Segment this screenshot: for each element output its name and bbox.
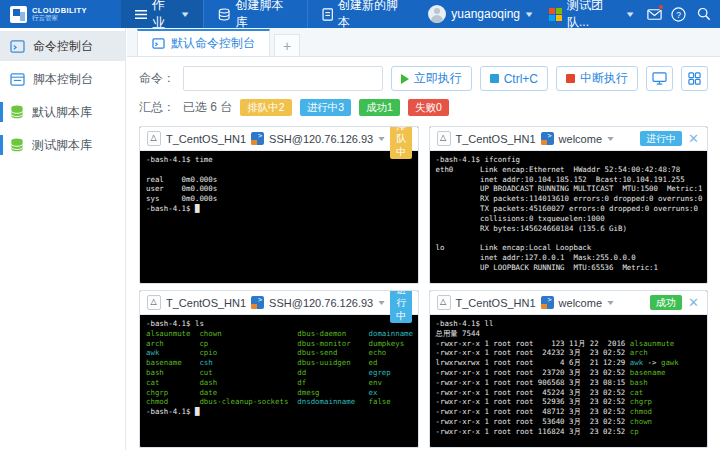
run-now-label: 立即执行 [414,70,462,87]
user-name: yuangaoqing [451,7,520,21]
session-name[interactable]: welcome [559,133,602,145]
play-icon [401,74,409,84]
terminal-output[interactable]: -bash-4.1$ ll总用量 7544-rwxr-xr-x 1 root r… [430,315,708,447]
tab-default-command-console[interactable]: 默认命令控制台 [137,29,270,56]
chevron-down-icon: ▼ [523,10,534,19]
status-badge: 进行中 [640,131,682,146]
sidebar: 命令控制台 脚本控制台 默认脚本库 测试脚本库 [0,28,126,450]
sidebar-item-label: 测试脚本库 [32,137,92,154]
monitor-icon [652,72,667,85]
logo-text: CLOUDBILITY 行云管家 [32,7,87,22]
new-script-icon [322,8,333,21]
summary-label: 汇总： [139,99,175,116]
terminal-output[interactable]: -bash-4.1$ lsalsaunmute chown dbus-daemo… [140,315,418,447]
host-name: T_CentOS_HN1 [166,133,246,145]
sidebar-item-label: 命令控制台 [33,38,93,55]
grid-icon [688,72,701,85]
script-console-icon [10,73,25,86]
create-script-library-label: 创建脚本库 [236,0,293,31]
terminal-window: T_CentOS_HN1 SSH@120.76.126.93 ▼ 进行中 ✕ -… [139,290,419,448]
sidebar-item-command-console[interactable]: 命令控制台 [0,31,125,61]
close-icon[interactable]: ✕ [417,132,418,145]
script-library-icon [218,8,230,21]
command-input[interactable] [183,66,383,91]
chevron-down-icon: ▼ [624,10,635,19]
session-name[interactable]: SSH@120.76.126.93 [269,297,373,309]
user-menu[interactable]: yuangaoqing ▼ [420,0,541,28]
terminal-grid: T_CentOS_HN1 SSH@120.76.126.93 ▼ 排队中 ✕ -… [127,124,720,450]
host-name: T_CentOS_HN1 [166,297,246,309]
chevron-down-icon[interactable]: ▼ [377,135,387,142]
window-icon [152,38,165,49]
create-script-library-button[interactable]: 创建脚本库 [203,0,306,28]
status-badge: 成功 [650,295,682,310]
chevron-down-icon: ▼ [180,10,191,19]
terminal-output[interactable]: -bash-4.1$ time real 0m0.000suser 0m0.00… [140,151,418,283]
mail-icon [647,9,662,20]
host-icon [437,131,451,146]
session-terminal-icon [251,296,264,309]
top-header: CLOUDBILITY 行云管家 作业 ▼ 创建脚本库 创建新的脚本 yuang… [0,0,720,28]
host-icon [147,131,161,146]
sidebar-item-label: 脚本控制台 [33,71,93,88]
avatar [428,5,446,23]
chevron-down-icon[interactable]: ▼ [377,299,387,306]
status-badge-running[interactable]: 进行中3 [300,99,351,116]
close-icon[interactable]: ✕ [417,296,418,309]
command-console-icon [10,40,25,53]
create-new-script-label: 创建新的脚本 [338,0,406,31]
summary-row: 汇总： 已选 6 台 排队中2 进行中3 成功1 失败0 [127,97,720,124]
selected-count: 已选 6 台 [183,99,232,116]
host-name: T_CentOS_HN1 [456,297,536,309]
status-badge-success[interactable]: 成功1 [359,99,400,116]
help-icon: ? [671,7,686,22]
create-new-script-button[interactable]: 创建新的脚本 [307,0,421,28]
close-icon[interactable]: ✕ [687,132,700,145]
sidebar-item-test-script-library[interactable]: 测试脚本库 [0,130,125,160]
terminal-header: T_CentOS_HN1 SSH@120.76.126.93 ▼ 排队中 ✕ [140,127,418,151]
session-terminal-icon [541,296,554,309]
notification-dot [658,4,664,10]
chevron-down-icon[interactable]: ▼ [605,299,615,306]
search-button[interactable] [691,0,716,28]
terminal-header: T_CentOS_HN1 SSH@120.76.126.93 ▼ 进行中 ✕ [140,291,418,315]
messages-button[interactable] [642,0,667,28]
sidebar-item-script-console[interactable]: 脚本控制台 [0,64,125,94]
status-badge-failed[interactable]: 失败0 [408,99,449,116]
database-icon [10,138,24,152]
close-icon[interactable]: ✕ [687,296,700,309]
cloudbility-logo-icon [10,6,27,23]
interrupt-button[interactable]: 中断执行 [556,66,638,91]
add-tab-button[interactable]: + [274,34,300,56]
app-logo[interactable]: CLOUDBILITY 行云管家 [0,0,121,28]
hamburger-icon [135,9,147,20]
menu-jobs[interactable]: 作业 ▼ [121,0,203,28]
sidebar-item-default-script-library[interactable]: 默认脚本库 [0,97,125,127]
command-label: 命令： [139,70,175,87]
team-name: 测试团队... [567,0,621,31]
terminal-window: T_CentOS_HN1 welcome ▼ 成功 ✕ -bash-4.1$ l… [429,290,709,448]
terminal-output[interactable]: -bash-4.1$ ifconfigeth0 Link encap:Ether… [430,151,708,283]
ctrl-c-label: Ctrl+C [504,72,538,86]
run-now-button[interactable]: 立即执行 [391,66,472,91]
host-icon [437,295,451,310]
chevron-down-icon[interactable]: ▼ [605,135,615,142]
ctrl-c-button[interactable]: Ctrl+C [480,66,548,91]
session-name[interactable]: welcome [559,297,602,309]
ctrl-c-square-icon [490,74,499,83]
terminal-header: T_CentOS_HN1 welcome ▼ 成功 ✕ [430,291,708,315]
tab-bar: 默认命令控制台 + [127,28,720,57]
team-icon [549,8,562,21]
command-row: 命令： 立即执行 Ctrl+C 中断执行 [127,57,720,97]
status-badge-queued[interactable]: 排队中2 [240,99,291,116]
svg-text:?: ? [677,9,682,19]
stop-square-icon [566,74,575,83]
team-switcher[interactable]: 测试团队... ▼ [541,0,642,28]
single-view-button[interactable] [646,66,673,91]
grid-view-button[interactable] [681,66,708,91]
interrupt-label: 中断执行 [580,70,628,87]
help-button[interactable]: ? [666,0,691,28]
session-terminal-icon [541,132,554,145]
session-name[interactable]: SSH@120.76.126.93 [269,133,373,145]
terminal-window: T_CentOS_HN1 welcome ▼ 进行中 ✕ -bash-4.1$ … [429,126,709,284]
